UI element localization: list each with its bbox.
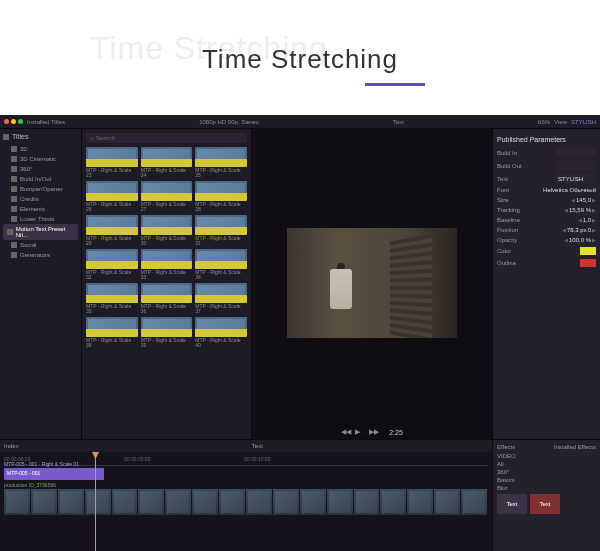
color-swatch[interactable] [580, 247, 596, 255]
sidebar-item-8[interactable]: Motion Text Preset Nit… [3, 224, 78, 240]
thumb-image [141, 283, 193, 303]
view-menu[interactable]: View [554, 119, 567, 125]
preset-thumb[interactable]: MTP - Right & Scale 38 [86, 317, 138, 348]
preset-thumb[interactable]: MTP - Right & Scale 34 [195, 249, 247, 280]
outline-row[interactable]: Outline [497, 257, 596, 269]
param-value[interactable]: 78,3 px [567, 227, 587, 233]
preset-thumb[interactable]: MTP - Right & Scale 27 [141, 181, 193, 212]
param-value[interactable] [556, 161, 596, 170]
param-value[interactable]: 15,59 % [569, 207, 591, 213]
zoom-level[interactable]: 66% [538, 119, 550, 125]
maximize-icon[interactable] [18, 119, 23, 124]
play-icon[interactable]: ▶ [355, 428, 363, 436]
sidebar-item-5[interactable]: Credits [3, 194, 78, 204]
sidebar-item-7[interactable]: Lower Thirds [3, 214, 78, 224]
sidebar-item-9[interactable]: Social [3, 240, 78, 250]
param-row[interactable]: Build In [497, 146, 596, 159]
outline-swatch[interactable] [580, 259, 596, 267]
step-down-icon[interactable]: ◀ [562, 227, 566, 233]
param-row[interactable]: Build Out [497, 159, 596, 172]
preset-thumb[interactable]: MTP - Right & Scale 31 [195, 215, 247, 246]
preset-thumb[interactable]: MTP - Right & Scale 25 [195, 147, 247, 178]
preset-thumb[interactable]: MTP - Right & Scale 24 [141, 147, 193, 178]
close-icon[interactable] [4, 119, 9, 124]
step-down-icon[interactable]: ◀ [564, 207, 568, 213]
step-up-icon[interactable]: ▶ [592, 217, 596, 223]
param-value[interactable]: STYLISH [556, 174, 596, 183]
search-input[interactable]: ⌕ Search [86, 133, 247, 143]
thumb-image [86, 147, 138, 167]
sidebar-item-4[interactable]: Bumper/Opener [3, 184, 78, 194]
color-row[interactable]: Color [497, 245, 596, 257]
preset-thumb[interactable]: MTP - Right & Scale 36 [141, 283, 193, 314]
preset-thumb[interactable]: MTP - Right & Scale 28 [195, 181, 247, 212]
effect-thumb[interactable]: Text [530, 494, 560, 514]
param-row[interactable]: Position◀78,3 px 0▶ [497, 225, 596, 235]
param-value2[interactable]: 0 [588, 227, 591, 233]
param-row[interactable]: TextSTYLISH [497, 172, 596, 185]
param-label: Opacity [497, 237, 517, 243]
step-up-icon[interactable]: ▶ [592, 237, 596, 243]
param-row[interactable]: Size◀145,0▶ [497, 195, 596, 205]
outline-label: Outline [497, 260, 516, 266]
param-label: Tracking [497, 207, 520, 213]
param-row[interactable]: Baseline◀1,0▶ [497, 215, 596, 225]
sidebar-item-6[interactable]: Elements [3, 204, 78, 214]
preset-thumb[interactable]: MTP - Right & Scale 29 [86, 215, 138, 246]
preset-thumb[interactable]: MTP - Right & Scale 32 [86, 249, 138, 280]
preset-thumb[interactable]: MTP - Right & Scale 23 [86, 147, 138, 178]
effects-filter[interactable]: Installed Effects [554, 444, 596, 450]
sidebar-item-3[interactable]: Build In/Out [3, 174, 78, 184]
clip-name[interactable]: Text [393, 119, 404, 125]
sidebar-item-label: Motion Text Preset Nit… [16, 226, 78, 238]
sidebar-item-0[interactable]: 3D [3, 144, 78, 154]
effect-category[interactable]: Blur [497, 484, 596, 492]
param-value[interactable] [556, 148, 596, 157]
preset-thumb[interactable]: MTP - Right & Scale 33 [141, 249, 193, 280]
effect-category[interactable]: All [497, 460, 596, 468]
title-clip[interactable]: MTP-005 - 001 - Right & Scale 01 MTP-005… [4, 468, 104, 480]
param-row[interactable]: Tracking◀15,59 %▶ [497, 205, 596, 215]
font-style[interactable]: Обычный [569, 187, 596, 193]
font-family[interactable]: Helvetica [543, 187, 568, 193]
step-down-icon[interactable]: ◀ [578, 217, 582, 223]
param-value[interactable]: 100,0 % [569, 237, 591, 243]
param-value[interactable]: 1,0 [583, 217, 591, 223]
minimize-icon[interactable] [11, 119, 16, 124]
viewer-canvas[interactable] [252, 141, 492, 425]
preset-thumb[interactable]: MTP - Right & Scale 39 [141, 317, 193, 348]
thumb-image [141, 249, 193, 269]
sidebar-item-10[interactable]: Generators [3, 250, 78, 260]
preset-thumb[interactable]: MTP - Right & Scale 35 [86, 283, 138, 314]
next-icon[interactable]: ▶▶ [369, 428, 377, 436]
step-up-icon[interactable]: ▶ [592, 207, 596, 213]
window-controls[interactable] [4, 119, 23, 124]
step-down-icon[interactable]: ◀ [571, 197, 575, 203]
thumb-label: MTP - Right & Scale 40 [195, 338, 247, 348]
category-icon [11, 216, 17, 222]
preset-thumb[interactable]: MTP - Right & Scale 40 [195, 317, 247, 348]
step-down-icon[interactable]: ◀ [564, 237, 568, 243]
preset-thumb[interactable]: MTP - Right & Scale 37 [195, 283, 247, 314]
param-label: Build Out [497, 163, 522, 169]
playhead[interactable] [95, 452, 96, 551]
step-up-icon[interactable]: ▶ [592, 197, 596, 203]
preset-thumb[interactable]: MTP - Right & Scale 26 [86, 181, 138, 212]
param-value[interactable]: 145,0 [576, 197, 591, 203]
prev-icon[interactable]: ◀◀ [341, 428, 349, 436]
step-up-icon[interactable]: ▶ [592, 227, 596, 233]
index-button[interactable]: Index [4, 443, 19, 449]
effect-category[interactable]: Basics [497, 476, 596, 484]
timeline-tracks[interactable]: 00:00:00:0000:00:05:0000:00:10:00 MTP-00… [0, 452, 492, 551]
param-row[interactable]: Opacity◀100,0 %▶ [497, 235, 596, 245]
effect-category[interactable]: 360° [497, 468, 596, 476]
video-clip[interactable] [4, 489, 488, 515]
effect-category[interactable]: VIDEO [497, 452, 596, 460]
sidebar-item-2[interactable]: 360° [3, 164, 78, 174]
sidebar-item-1[interactable]: 3D Cinematic [3, 154, 78, 164]
preset-thumb[interactable]: MTP - Right & Scale 30 [141, 215, 193, 246]
font-row[interactable]: Font Helvetica Обычный [497, 185, 596, 195]
project-name[interactable]: STYLISH [571, 119, 596, 125]
effect-thumb[interactable]: Text [497, 494, 527, 514]
clip-frame [300, 489, 327, 515]
